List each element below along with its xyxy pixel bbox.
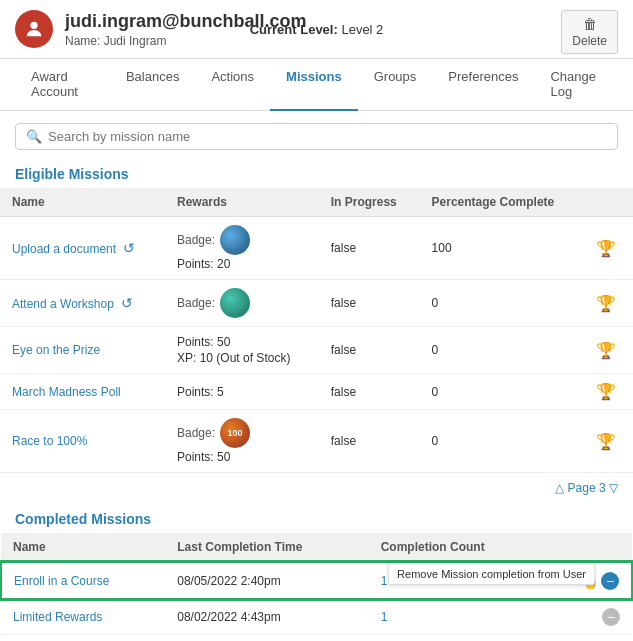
mission-name-cell: Attend a Workshop ↺: [0, 280, 165, 327]
completed-table-header: Name Last Completion Time Completion Cou…: [1, 533, 632, 562]
action-cell: Remove Mission completion from User 👆 −: [543, 562, 632, 599]
rewards-cell: Badge: Points: 20: [165, 217, 319, 280]
last-completion-cell: 08/02/2022 4:43pm: [165, 599, 368, 635]
delete-button[interactable]: 🗑 Delete: [561, 10, 618, 54]
percentage-cell: 0: [420, 410, 584, 473]
mission-name-cell: Race to 100%: [0, 410, 165, 473]
badge-icon: [220, 225, 250, 255]
col-in-progress: In Progress: [319, 188, 420, 217]
col-actions: [584, 188, 633, 217]
nav-tab-award-account[interactable]: Award Account: [15, 59, 110, 111]
search-input[interactable]: [48, 129, 607, 144]
nav-tab-balances[interactable]: Balances: [110, 59, 195, 111]
remove-button[interactable]: −: [602, 608, 620, 626]
next-page-icon[interactable]: ▽: [609, 481, 618, 495]
rewards-cell: Badge: 100 Points: 50: [165, 410, 319, 473]
avatar: [15, 10, 53, 48]
delete-icon: 🗑: [583, 16, 597, 32]
badge-icon: [220, 288, 250, 318]
in-progress-cell: false: [319, 374, 420, 410]
in-progress-cell: false: [319, 280, 420, 327]
trophy-cell: 🏆: [584, 217, 633, 280]
search-container: 🔍: [0, 111, 633, 162]
rewards-cell: Badge:: [165, 280, 319, 327]
rewards-cell: Points: 5: [165, 374, 319, 410]
trophy-cell: 🏆: [584, 410, 633, 473]
mission-link[interactable]: Enroll in a Course: [14, 574, 109, 588]
list-item: Attend a Workshop ↺ Badge: false0 🏆: [0, 280, 633, 327]
mission-name-cell: Enroll in a Course: [1, 562, 165, 599]
mission-name-cell: Limited Rewards: [1, 599, 165, 635]
prev-page-icon[interactable]: △: [555, 481, 564, 495]
percentage-cell: 0: [420, 280, 584, 327]
last-completion-cell: 08/05/2022 2:40pm: [165, 562, 368, 599]
svg-point-0: [30, 22, 37, 29]
mission-name-cell: March Madness Poll: [0, 374, 165, 410]
nav-tab-preferences[interactable]: Preferences: [432, 59, 534, 111]
list-item: Eye on the Prize Points: 50XP: 10 (Out o…: [0, 327, 633, 374]
page-number: Page 3: [568, 481, 606, 495]
col-name: Name: [1, 533, 165, 562]
completion-count-cell: 1: [369, 599, 544, 635]
completed-missions-table: Name Last Completion Time Completion Cou…: [0, 533, 633, 635]
percentage-cell: 0: [420, 374, 584, 410]
nav-tab-change-log[interactable]: Change Log: [534, 59, 618, 111]
list-item: Race to 100% Badge: 100 Points: 50false0…: [0, 410, 633, 473]
search-box: 🔍: [15, 123, 618, 150]
action-cell: −: [543, 599, 632, 635]
count-link[interactable]: 1: [381, 610, 388, 624]
trophy-cell: 🏆: [584, 327, 633, 374]
current-level: Current Level: Level 2: [250, 22, 384, 37]
nav-tab-actions[interactable]: Actions: [195, 59, 270, 111]
nav-tab-groups[interactable]: Groups: [358, 59, 433, 111]
mission-link[interactable]: Eye on the Prize: [12, 343, 100, 357]
mission-link[interactable]: Attend a Workshop: [12, 297, 114, 311]
trophy-icon[interactable]: 🏆: [596, 240, 616, 257]
eligible-missions-table: Name Rewards In Progress Percentage Comp…: [0, 188, 633, 473]
col-percentage: Percentage Complete: [420, 188, 584, 217]
refresh-icon[interactable]: ↺: [123, 240, 135, 256]
mission-link[interactable]: Limited Rewards: [13, 610, 102, 624]
trophy-icon[interactable]: 🏆: [596, 342, 616, 359]
remove-button[interactable]: −: [601, 572, 619, 590]
search-icon: 🔍: [26, 129, 42, 144]
col-actions: [543, 533, 632, 562]
mission-link[interactable]: Race to 100%: [12, 434, 87, 448]
col-last-completion: Last Completion Time: [165, 533, 368, 562]
list-item: Limited Rewards 08/02/2022 4:43pm 1 −: [1, 599, 632, 635]
trophy-icon[interactable]: 🏆: [596, 295, 616, 312]
eligible-table-header: Name Rewards In Progress Percentage Comp…: [0, 188, 633, 217]
completed-missions-title: Completed Missions: [0, 507, 633, 533]
in-progress-cell: false: [319, 217, 420, 280]
in-progress-cell: false: [319, 410, 420, 473]
list-item: Enroll in a Course 08/05/2022 2:40pm 1 R…: [1, 562, 632, 599]
mission-name-cell: Eye on the Prize: [0, 327, 165, 374]
mission-link[interactable]: March Madness Poll: [12, 385, 121, 399]
percentage-cell: 100: [420, 217, 584, 280]
nav-tabs: Award AccountBalancesActionsMissionsGrou…: [0, 59, 633, 111]
count-link[interactable]: 1: [381, 574, 388, 588]
refresh-icon[interactable]: ↺: [121, 295, 133, 311]
pagination: △ Page 3 ▽: [0, 477, 633, 499]
mission-name-cell: Upload a document ↺: [0, 217, 165, 280]
list-item: March Madness Poll Points: 5false0 🏆: [0, 374, 633, 410]
badge-icon: 100: [220, 418, 250, 448]
trophy-icon[interactable]: 🏆: [596, 433, 616, 450]
in-progress-cell: false: [319, 327, 420, 374]
header: judi.ingram@bunchball.com Name: Judi Ing…: [0, 0, 633, 59]
col-name: Name: [0, 188, 165, 217]
percentage-cell: 0: [420, 327, 584, 374]
rewards-cell: Points: 50XP: 10 (Out of Stock): [165, 327, 319, 374]
eligible-missions-title: Eligible Missions: [0, 162, 633, 188]
mission-link[interactable]: Upload a document: [12, 242, 116, 256]
col-rewards: Rewards: [165, 188, 319, 217]
list-item: Upload a document ↺ Badge: Points: 20fal…: [0, 217, 633, 280]
remove-tooltip: Remove Mission completion from User: [388, 563, 595, 585]
nav-tab-missions[interactable]: Missions: [270, 59, 358, 111]
col-count: Completion Count: [369, 533, 544, 562]
trophy-cell: 🏆: [584, 374, 633, 410]
trophy-cell: 🏆: [584, 280, 633, 327]
trophy-icon[interactable]: 🏆: [596, 383, 616, 400]
